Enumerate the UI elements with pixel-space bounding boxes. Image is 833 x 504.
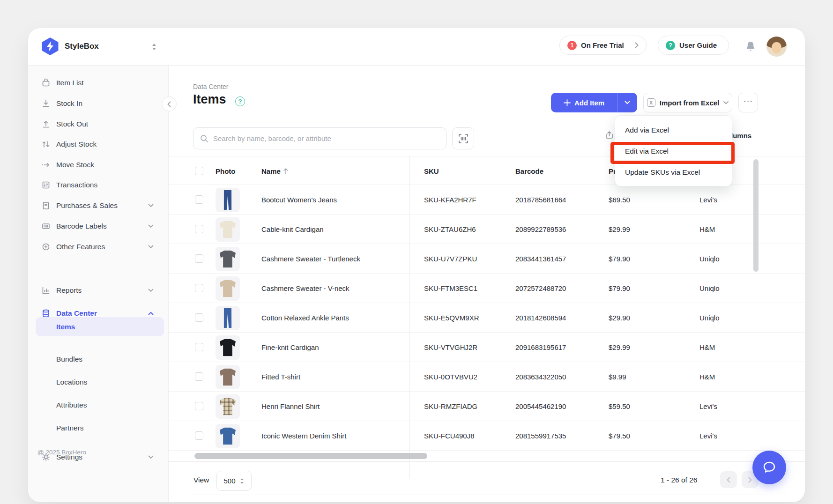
item-sku: SKU-ZTAU6ZH6 [424,215,476,244]
row-checkbox[interactable] [195,313,203,322]
sidebar-item-bundles[interactable]: Bundles [28,350,169,369]
select-arrows-icon [239,478,245,484]
avatar-face [772,42,781,53]
sidebar-item-move-stock[interactable]: Move Stock [28,156,169,174]
import-from-excel-button[interactable]: X Import from Excel [643,93,732,112]
workspace-switcher-icon[interactable] [151,43,157,52]
add-item-caret[interactable] [617,101,637,104]
item-sku: SKU-E5QVM9XR [424,303,479,333]
item-brand: Levi's [699,421,717,451]
row-checkbox[interactable] [195,402,203,410]
sidebar-item-purchases-sales[interactable]: Purchases & Sales [28,196,169,215]
add-item-button[interactable]: Add Item [551,93,637,112]
table-row[interactable]: Henri Flannel Shirt SKU-RMZFIADG 2005445… [169,392,805,421]
header-barcode[interactable]: Barcode [515,156,543,185]
table-row[interactable]: Bootcut Women's Jeans SKU-KFA2HR7F 20187… [169,185,805,215]
export-icon[interactable] [604,130,614,142]
item-photo [216,335,240,360]
user-avatar[interactable] [766,37,787,57]
select-all-checkbox[interactable] [195,167,203,175]
previous-page-button[interactable] [720,471,737,488]
search-bar[interactable] [193,127,446,149]
table-row[interactable]: Fine-knit Cardigan SKU-VTVGHJ2R 20916831… [169,333,805,362]
item-price: $79.50 [609,421,630,451]
sidebar-item-item-list[interactable]: Item List [28,74,169,92]
sidebar-collapse-button[interactable] [162,96,177,111]
notifications-bell-icon[interactable] [745,41,756,55]
chevron-down-icon [148,455,154,459]
header-name[interactable]: Name [261,156,289,185]
item-brand: H&M [699,215,715,244]
frozen-column-divider [409,156,410,479]
breadcrumb: Data Center [193,83,228,90]
sidebar-item-transactions[interactable]: Transactions [28,176,169,194]
chevron-down-icon [148,224,154,228]
view-label: View [193,476,209,484]
item-name: Fine-knit Cardigan [261,333,319,362]
barcode-scan-button[interactable] [452,127,474,149]
sidebar-item-items[interactable]: Items [36,317,164,336]
user-guide-button[interactable]: ? User Guide [658,36,729,55]
search-input[interactable] [213,134,439,142]
item-brand: Levi's [699,185,717,215]
table-row[interactable]: Cashmere Sweater - V-neck SKU-FTM3ESC1 2… [169,274,805,303]
table-row[interactable]: Iconic Western Denim Shirt SKU-FCU490J8 … [169,421,805,451]
sidebar-item-adjust-stock[interactable]: Adjust Stock [28,135,169,154]
item-sku: SKU-U7V7ZPKU [424,244,477,274]
row-checkbox[interactable] [195,431,203,440]
vertical-scrollbar[interactable] [753,159,759,272]
chevron-right-icon [748,477,752,483]
item-name: Cashmere Sweater - Turtleneck [261,244,360,274]
chat-support-button[interactable] [752,451,786,484]
row-checkbox[interactable] [195,225,203,233]
chevron-left-icon [727,477,730,483]
annotation-highlight-box [610,142,735,164]
sidebar-item-stock-out[interactable]: Stock Out [28,115,169,133]
table-row[interactable]: Cotton Relaxed Ankle Pants SKU-E5QVM9XR … [169,303,805,333]
more-actions-button[interactable]: ··· [738,93,758,112]
chevron-down-icon [148,289,154,292]
row-checkbox[interactable] [195,195,203,204]
item-name: Iconic Western Denim Shirt [261,421,346,451]
row-checkbox[interactable] [195,372,203,381]
chevron-right-icon [635,42,639,48]
header-photo[interactable]: Photo [216,156,236,185]
row-checkbox[interactable] [195,254,203,263]
help-icon[interactable]: ? [235,96,245,106]
item-barcode: 2018785681664 [515,185,566,215]
item-photo [216,394,240,419]
item-photo [216,424,240,448]
header-sku[interactable]: SKU [424,156,439,185]
item-sku: SKU-FTM3ESC1 [424,274,477,303]
item-brand: Uniqlo [699,303,720,333]
free-trial-button[interactable]: 1 On Free Trial [559,36,647,55]
sidebar-item-reports[interactable]: Reports [28,281,169,300]
sidebar-item-locations[interactable]: Locations [28,373,169,392]
sidebar-item-barcode-labels[interactable]: Barcode Labels [28,217,169,236]
arrows-up-down-icon [41,140,51,149]
item-price: $29.90 [609,303,630,333]
sidebar-item-attributes[interactable]: Attributes [28,396,169,415]
excel-icon: X [647,98,655,107]
menu-item-add-via-excel[interactable]: Add via Excel [615,119,732,141]
item-barcode: 2083441361457 [515,244,566,274]
row-checkbox[interactable] [195,284,203,292]
sidebar-item-other-features[interactable]: Other Features [28,237,169,256]
menu-item-update-skus-via-excel[interactable]: Update SKUs via Excel [615,162,732,183]
database-icon [41,309,51,318]
item-barcode: 2089922789536 [515,215,566,244]
table-row[interactable]: Fitted T-shirt SKU-0OTVBVU2 208363432205… [169,362,805,392]
item-name: Fitted T-shirt [261,362,300,392]
row-checkbox[interactable] [195,343,203,351]
sidebar-item-partners[interactable]: Partners [28,419,169,437]
item-brand: Uniqlo [699,274,720,303]
table-row[interactable]: Cashmere Sweater - Turtleneck SKU-U7V7ZP… [169,244,805,274]
item-photo [216,247,240,271]
page-size-select[interactable]: 500 [216,471,252,491]
bag-icon [41,78,51,88]
sidebar-item-stock-in[interactable]: Stock In [28,94,169,113]
horizontal-scrollbar[interactable] [194,453,427,459]
item-photo [216,365,240,389]
plus-circle-icon [41,242,51,252]
table-row[interactable]: Cable-knit Cardigan SKU-ZTAU6ZH6 2089922… [169,215,805,244]
